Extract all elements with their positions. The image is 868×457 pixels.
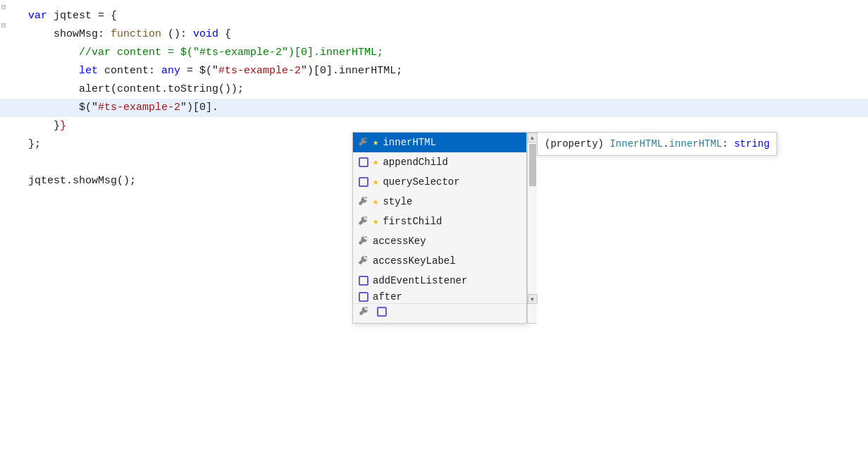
- token: ")[0].: [180, 99, 218, 117]
- wrench-icon: [357, 235, 370, 248]
- star-icon: ★: [373, 134, 378, 151]
- token: var: [28, 7, 54, 25]
- token: [28, 154, 35, 172]
- token: = $(": [180, 62, 218, 80]
- token: #ts-example-2: [98, 99, 180, 117]
- autocomplete-list[interactable]: ★ innerHTML ★ appendChild ★: [352, 132, 527, 324]
- token: //var content = $("#ts-example-2")[0].in…: [28, 44, 383, 62]
- star-icon: ★: [373, 173, 378, 190]
- autocomplete-item-label: accessKeyLabel: [373, 252, 456, 269]
- info-type-name: InnerHTML: [609, 138, 663, 150]
- autocomplete-footer: [353, 303, 526, 323]
- star-icon: ★: [373, 154, 378, 171]
- token: any: [161, 62, 180, 80]
- code-line-5: alert(content.toString());: [0, 80, 868, 99]
- wrench-icon: [357, 195, 370, 208]
- code-line-2: ⊟ showMsg: function (): void {: [0, 25, 868, 44]
- token: jqtest.showMsg();: [28, 172, 136, 190]
- autocomplete-scrollbar[interactable]: ▲ ▼: [527, 132, 537, 324]
- autocomplete-item-addEventListener[interactable]: addEventListener: [353, 271, 526, 291]
- token: void: [193, 25, 218, 44]
- token: ():: [161, 25, 193, 44]
- collapse-icon-2[interactable]: ⊟: [1, 16, 6, 35]
- autocomplete-item-label: accessKey: [373, 233, 426, 250]
- token: ")[0].innerHTML;: [301, 62, 402, 80]
- autocomplete-item-label: querySelector: [383, 173, 459, 190]
- token: function: [111, 25, 161, 44]
- star-icon: ★: [373, 213, 378, 230]
- token: content:: [98, 62, 161, 80]
- autocomplete-item-label: appendChild: [383, 154, 447, 171]
- autocomplete-item-firstChild[interactable]: ★ firstChild: [353, 212, 526, 231]
- token: }}: [28, 117, 66, 135]
- info-colon: :: [722, 138, 734, 150]
- wrench-icon: [357, 255, 370, 267]
- editor-area: ⊟ var jqtest = { ⊟ showMsg: function ():…: [0, 0, 868, 457]
- wrench-icon: [357, 136, 370, 149]
- cube-icon: [357, 274, 370, 287]
- autocomplete-item-label: innerHTML: [383, 134, 436, 151]
- token: jqtest = {: [54, 7, 117, 25]
- autocomplete-item-label: style: [383, 193, 412, 210]
- autocomplete-item-accessKeyLabel[interactable]: accessKeyLabel: [353, 251, 526, 271]
- code-line-1: ⊟ var jqtest = {: [0, 7, 868, 25]
- info-box: (property) InnerHTML.innerHTML: string: [537, 132, 777, 156]
- autocomplete-item-style[interactable]: ★ style: [353, 192, 526, 212]
- svg-rect-2: [359, 276, 368, 285]
- autocomplete-item-after[interactable]: after: [353, 291, 526, 303]
- footer-wrench-icon: [359, 306, 370, 321]
- scrollbar-thumb[interactable]: [529, 144, 536, 186]
- token: };: [28, 135, 41, 154]
- cube-icon: [357, 156, 370, 169]
- autocomplete-item-label: firstChild: [383, 213, 442, 230]
- token: showMsg:: [28, 25, 111, 44]
- code-line-4: let content: any = $("#ts-example-2")[0]…: [0, 62, 868, 80]
- cube-icon: [357, 291, 370, 303]
- star-icon: ★: [373, 193, 378, 210]
- info-prefix: (property): [545, 138, 609, 150]
- svg-rect-1: [359, 178, 368, 186]
- code-line-3: //var content = $("#ts-example-2")[0].in…: [0, 44, 868, 62]
- autocomplete-item-accessKey[interactable]: accessKey: [353, 231, 526, 251]
- info-property: innerHTML: [669, 138, 722, 150]
- token: {: [218, 25, 231, 44]
- token: $(": [28, 99, 98, 117]
- token: let: [79, 62, 98, 80]
- code-line-6: $("#ts-example-2")[0].: [0, 99, 868, 117]
- autocomplete-item-label: after: [373, 291, 402, 303]
- autocomplete-item-appendChild[interactable]: ★ appendChild: [353, 152, 526, 172]
- scrollbar-down-button[interactable]: ▼: [528, 294, 538, 304]
- token: alert(content.toString());: [28, 80, 244, 99]
- svg-rect-0: [359, 158, 368, 166]
- autocomplete-container: ★ innerHTML ★ appendChild ★: [352, 132, 537, 324]
- token: [28, 62, 79, 80]
- autocomplete-item-querySelector[interactable]: ★ querySelector: [353, 172, 526, 192]
- info-value-type: string: [734, 138, 769, 150]
- wrench-icon: [357, 215, 370, 228]
- svg-rect-4: [378, 307, 386, 316]
- collapse-icon-1[interactable]: ⊟: [1, 0, 6, 16]
- autocomplete-item-label: addEventListener: [373, 272, 467, 289]
- svg-rect-3: [359, 293, 368, 301]
- token: #ts-example-2: [218, 62, 301, 80]
- footer-cube-icon: [377, 307, 387, 320]
- autocomplete-item-innerHTML[interactable]: ★ innerHTML: [353, 133, 526, 152]
- scrollbar-up-button[interactable]: ▲: [528, 133, 538, 142]
- cube-icon: [357, 176, 370, 188]
